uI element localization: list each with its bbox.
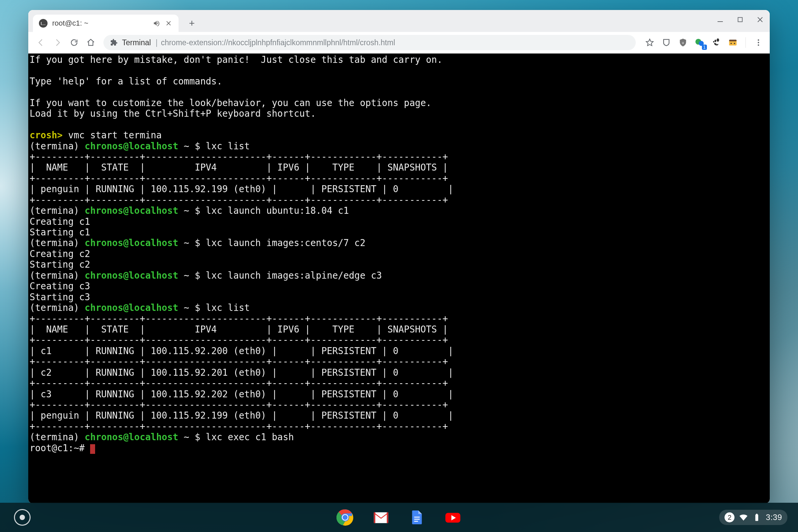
browser-toolbar: Terminal | chrome-extension://nkoccljpln… [28,32,770,54]
window-close-button[interactable] [755,15,765,25]
wifi-icon [739,513,748,522]
svg-rect-8 [729,40,737,41]
svg-point-10 [734,43,735,44]
clock: 3:39 [766,513,782,522]
extension-sponge-icon[interactable] [727,37,739,49]
tab-title: root@c1: ~ [52,19,152,27]
window-maximize-button[interactable] [735,15,745,25]
svg-point-11 [758,39,759,41]
nav-reload-button[interactable] [67,35,81,50]
svg-point-9 [730,43,732,44]
new-tab-button[interactable]: + [185,17,198,30]
tab-active[interactable]: root@c1: ~ [33,15,178,32]
svg-rect-0 [738,18,742,22]
svg-point-12 [758,42,759,43]
svg-rect-20 [414,519,420,520]
extension-relay-icon[interactable]: 1 [694,37,706,49]
browser-window: root@c1: ~ + Terminal | chrome-extension… [28,10,770,504]
terminal-content[interactable]: If you got here by mistake, don't panic!… [28,54,770,504]
svg-point-6 [713,41,715,42]
tab-close-button[interactable] [165,19,173,27]
omnibox-url: chrome-extension://nkoccljplnhpfnfiajclk… [161,38,395,47]
svg-point-17 [342,515,347,520]
shelf: 2 3:39 [0,503,798,532]
app-youtube[interactable] [444,508,462,526]
svg-rect-24 [756,514,757,515]
tab-audio-icon[interactable] [152,19,161,28]
app-docs[interactable] [408,508,426,526]
nav-home-button[interactable] [83,35,98,50]
launcher-button[interactable] [14,509,31,526]
shelf-apps [336,508,462,526]
svg-rect-19 [414,517,420,518]
browser-menu-button[interactable] [753,37,764,49]
extension-gnome-icon[interactable] [710,37,722,49]
svg-point-5 [715,40,716,42]
nav-forward-button[interactable] [50,35,65,50]
app-gmail[interactable] [372,508,390,526]
svg-text:u: u [682,41,684,44]
extension-ublock-icon[interactable]: u [677,37,689,49]
svg-point-13 [758,44,759,45]
tab-strip: root@c1: ~ + [28,10,770,32]
notification-count: 2 [724,512,735,522]
extension-bitwarden-icon[interactable] [660,37,672,49]
extension-page-icon [110,39,118,46]
omnibox[interactable]: Terminal | chrome-extension://nkoccljpln… [103,35,636,50]
bookmark-star-icon[interactable] [644,37,656,49]
app-chrome[interactable] [336,508,354,526]
extension-relay-badge: 1 [702,44,707,50]
terminal-favicon-icon [39,19,48,27]
system-tray[interactable]: 2 3:39 [719,510,787,525]
crosh-prompt: crosh> [30,130,62,140]
window-minimize-button[interactable] [715,15,725,25]
terminal-cursor [90,444,95,454]
svg-rect-21 [414,521,418,522]
battery-icon [753,513,761,522]
user-host: chronos@localhost [85,141,178,151]
svg-point-4 [717,39,719,42]
omnibox-page-label: Terminal [122,38,151,47]
svg-rect-23 [756,514,758,521]
nav-back-button[interactable] [34,35,48,50]
